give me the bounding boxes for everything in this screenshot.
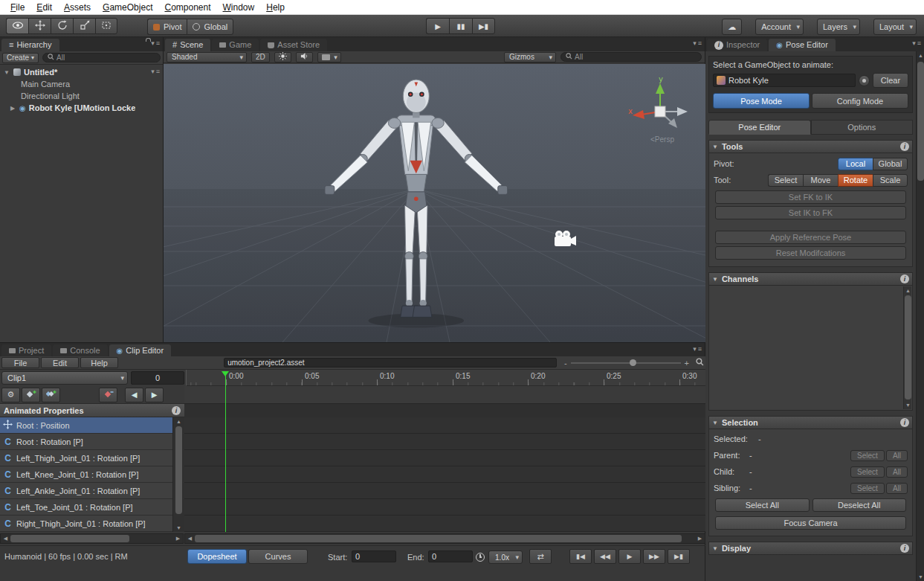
scrollbar-thumb[interactable] — [905, 295, 911, 399]
gameobject-field[interactable]: Robot Kyle — [713, 74, 856, 87]
scroll-up-icon[interactable]: ▲ — [917, 51, 924, 60]
property-row[interactable]: CLeft_Ankle_Joint_01 : Rotation [P] — [0, 483, 172, 499]
move-tool-button[interactable] — [28, 18, 51, 34]
tab-scene[interactable]: #Scene — [165, 39, 210, 51]
scroll-up-icon[interactable]: ▲ — [904, 286, 912, 295]
rect-tool-button[interactable] — [95, 18, 117, 34]
sibling-all-button[interactable]: All — [886, 483, 908, 494]
properties-hscrollbar[interactable]: ◀ ▶ — [0, 533, 184, 544]
tab-clip-editor[interactable]: ◉Clip Editor — [109, 344, 171, 357]
info-icon[interactable]: i — [900, 142, 909, 151]
create-button[interactable]: Create▾ — [2, 53, 39, 63]
properties-scrollbar[interactable]: ▲ ▼ — [172, 417, 184, 532]
playhead-line[interactable] — [225, 373, 226, 532]
pivot-local-button[interactable]: Local — [838, 158, 873, 170]
child-all-button[interactable]: All — [886, 466, 908, 478]
property-row[interactable]: CRoot : Rotation [P] — [0, 434, 172, 450]
start-input[interactable]: 0 — [352, 550, 396, 562]
tools-header[interactable]: ▼ Tools i — [708, 140, 913, 153]
hierarchy-search-input[interactable]: All — [42, 53, 161, 62]
clip-edit-menu[interactable]: Edit — [41, 357, 79, 368]
gizmos-dropdown[interactable]: Gizmos▾ — [504, 52, 556, 62]
dopesheet-summary-row[interactable] — [184, 386, 705, 404]
next-keyframe-button[interactable]: ▶ — [145, 388, 164, 402]
channels-list[interactable]: ▲ ▼ — [708, 286, 913, 411]
lighting-toggle[interactable] — [274, 52, 291, 62]
frame-field[interactable]: 0 — [131, 371, 184, 385]
robot-character[interactable] — [164, 64, 705, 342]
zoom-slider-track[interactable] — [571, 362, 681, 364]
expand-icon[interactable]: ▶ — [9, 105, 16, 112]
curves-tab[interactable]: Curves — [248, 549, 308, 564]
panel-menu[interactable]: ▾≡ — [693, 39, 702, 47]
subtab-options[interactable]: Options — [811, 120, 914, 135]
play-button[interactable]: ▶ — [426, 18, 449, 34]
tab-game[interactable]: Game — [212, 39, 259, 51]
layout-dropdown[interactable]: Layout▾ — [873, 19, 917, 35]
property-row[interactable]: CLeft_Toe_Joint_01 : Rotation [P] — [0, 499, 172, 516]
channels-header[interactable]: ▼ Channels i — [708, 272, 913, 286]
scrollbar-thumb[interactable] — [10, 535, 129, 542]
scroll-up-icon[interactable]: ▲ — [175, 417, 183, 426]
clear-button[interactable]: Clear — [873, 73, 908, 88]
persp-label[interactable]: <Persp — [650, 135, 674, 144]
audio-toggle[interactable] — [296, 52, 313, 62]
project-asset-field[interactable]: umotion_project2.asset — [224, 358, 557, 367]
hierarchy-item-robot-kyle[interactable]: ▶ ◉ Robot Kyle [UMotion Locke — [0, 102, 163, 114]
settings-button[interactable]: ⚙ — [1, 388, 20, 402]
tab-hierarchy[interactable]: ≡Hierarchy — [1, 39, 59, 51]
end-input[interactable]: 0 — [428, 550, 473, 562]
last-frame-button[interactable]: ▶▮ — [668, 549, 690, 564]
zoom-slider-thumb[interactable] — [630, 359, 636, 366]
panel-menu[interactable]: ▾≡ — [693, 345, 702, 353]
loop-button[interactable]: ⇄ — [529, 549, 552, 564]
menu-file[interactable]: File — [4, 1, 30, 14]
info-icon[interactable]: i — [900, 275, 909, 283]
tool-scale-button[interactable]: Scale — [873, 174, 908, 187]
clip-select-dropdown[interactable]: Clip1▾ — [1, 371, 128, 385]
draw-mode-dropdown[interactable]: Shaded▾ — [167, 52, 247, 62]
scroll-left-icon[interactable]: ◀ — [185, 536, 195, 542]
tool-rotate-button[interactable]: Rotate — [838, 174, 873, 187]
panel-menu[interactable]: ▾≡ — [151, 39, 160, 47]
info-icon[interactable]: i — [172, 406, 181, 415]
dopesheet-rows[interactable] — [184, 417, 705, 532]
previous-frame-button[interactable]: ◀◀ — [594, 549, 616, 564]
menu-gameobject[interactable]: GameObject — [97, 1, 158, 14]
play-clip-button[interactable]: ▶ — [618, 549, 641, 564]
global-button[interactable]: Global — [187, 19, 233, 35]
focus-camera-button[interactable]: Focus Camera — [715, 516, 906, 530]
tab-inspector[interactable]: iInspector — [707, 39, 767, 51]
dopesheet-tab[interactable]: Dopesheet — [187, 549, 247, 564]
pose-mode-button[interactable]: Pose Mode — [713, 93, 810, 109]
deselect-all-button[interactable]: Deselect All — [812, 498, 907, 512]
tab-project[interactable]: Project — [1, 344, 51, 357]
add-keyframe-all-button[interactable] — [42, 388, 60, 402]
parent-select-button[interactable]: Select — [850, 450, 885, 461]
channels-scrollbar[interactable]: ▲ ▼ — [903, 286, 911, 409]
info-icon[interactable]: i — [900, 544, 909, 553]
display-header[interactable]: ▼ Display i — [708, 542, 913, 555]
layers-dropdown[interactable]: Layers▾ — [817, 19, 860, 35]
playback-speed-dropdown[interactable]: 1.0x▾ — [488, 550, 523, 564]
scroll-down-icon[interactable]: ▼ — [917, 573, 924, 581]
collapse-icon[interactable]: ▼ — [3, 69, 10, 76]
scrollbar-thumb[interactable] — [195, 535, 682, 542]
tab-console[interactable]: Console — [53, 344, 107, 357]
scroll-down-icon[interactable]: ▼ — [904, 401, 912, 409]
config-mode-button[interactable]: Config Mode — [812, 93, 908, 109]
scene-context-menu[interactable]: ▾≡ — [151, 68, 160, 75]
set-fk-to-ik-button[interactable]: Set FK to IK — [715, 190, 906, 204]
menu-window[interactable]: Window — [217, 1, 261, 14]
panel-menu[interactable]: ▾≡ — [912, 39, 921, 47]
step-button[interactable]: ▶▮ — [472, 18, 495, 34]
orientation-gizmo[interactable]: y x — [628, 77, 692, 141]
dopesheet-hscrollbar[interactable]: ◀ ▶ — [184, 533, 705, 544]
select-all-button[interactable]: Select All — [715, 498, 810, 512]
account-dropdown[interactable]: Account▾ — [755, 19, 804, 35]
set-ik-to-fk-button[interactable]: Set IK to FK — [715, 206, 906, 219]
pivot-button[interactable]: Pivot — [147, 19, 187, 35]
inspector-scrollbar[interactable]: ▲ ▼ — [916, 51, 924, 581]
scene-root-row[interactable]: ▼ Untitled* ▾≡ — [0, 66, 163, 78]
key-options-button[interactable] — [99, 388, 117, 402]
